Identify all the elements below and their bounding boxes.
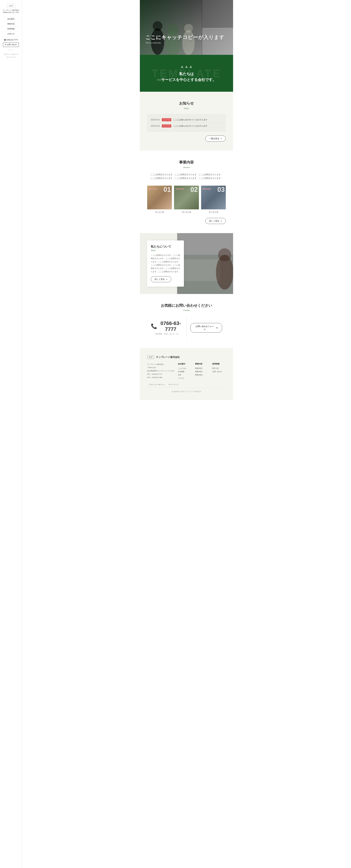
footer-company-name: テンプレート株式会社: [156, 355, 180, 359]
about-title: 私たちについて: [151, 245, 180, 249]
contact-form-button[interactable]: お問い合わせフォーム ➜: [190, 323, 222, 333]
service-label-3: Service: [203, 187, 211, 190]
footer-link[interactable]: 事業内容1: [195, 367, 209, 370]
news-item: 2024.03.01 ニュース ここにお知らせのタイトルが入ります: [151, 117, 222, 123]
footer-nav-col-3: 採用情報 新卒入社 お問い合わせ: [212, 363, 226, 380]
hero-image-top-right: [202, 0, 233, 27]
service-subtitle: Service: [147, 166, 226, 168]
hero-catchcopy-en: This is a catchcopy.: [145, 42, 225, 44]
contact-tel-block: 📞 0766-63-7777 受付時間 平日8：30〜17：30: [147, 317, 187, 339]
hero-text: ここにキャッチコピーが入ります This is a catchcopy.: [145, 34, 225, 44]
contact-title: お気軽にお問い合わせください: [147, 303, 226, 308]
footer-link[interactable]: アクセス: [178, 376, 192, 380]
footer-link[interactable]: 新卒入社: [212, 367, 226, 370]
arrow-icon: ➜: [166, 278, 168, 280]
service-description: ここに説明文が入ります。ここに説明文が入ります。ここに説明文が入ります。 ここに…: [147, 173, 226, 180]
svg-point-5: [184, 24, 193, 33]
service-image-1: Service 01: [147, 186, 172, 209]
news-date-1: 2024.03.01: [151, 119, 160, 121]
hero-section: ここにキャッチコピーが入ります This is a catchcopy.: [140, 0, 233, 55]
service-name-3: サービス3: [201, 211, 226, 214]
main-content: ここにキャッチコピーが入ります This is a catchcopy. TEM…: [140, 0, 233, 400]
service-grid: Service 01 サービス1 Service 02 サービス2: [147, 186, 226, 214]
contact-section: お気軽にお問い合わせください Contact 📞 0766-63-7777 受付…: [140, 294, 233, 348]
news-section: お知らせ News 2024.03.01 ニュース ここにお知らせのタイトルが入…: [140, 92, 233, 151]
service-label-2: Service: [175, 187, 184, 190]
footer-link[interactable]: 会社概要: [178, 370, 192, 373]
about-description: ここに説明文が入ります。ここに説明文が入ります。ここに説明文が入ります。ここに説…: [151, 254, 180, 273]
contact-subtitle: Contact: [147, 309, 226, 311]
service-name-2: サービス2: [174, 211, 199, 214]
news-more-btn-wrapper: 一覧を見る ➜: [147, 135, 226, 142]
service-more-button[interactable]: 詳しく見る ➜: [205, 218, 226, 224]
footer-nav-col-1: 会社案内 こんにちは 会社概要 沿革 アクセス: [178, 363, 192, 380]
hero-images-side: [202, 0, 233, 55]
footer-copyright: Copyright © 2024 テンプレート株式会社: [147, 387, 226, 393]
news-more-button[interactable]: 一覧を見る ➜: [205, 135, 226, 142]
svg-point-1: [153, 21, 162, 31]
service-section: 事業内容 Service ここに説明文が入ります。ここに説明文が入ります。ここに…: [140, 151, 233, 233]
footer-nav-col-2: 事業内容 事業内容1 事業内容2 事業内容3: [195, 363, 209, 380]
footer-link[interactable]: 事業内容2: [195, 370, 209, 373]
service-number-3: 03: [217, 186, 225, 193]
service-more-btn-wrapper: 詳しく見る ➜: [147, 218, 226, 224]
about-content: 私たちについて About ここに説明文が入ります。ここに説明文が入ります。ここ…: [140, 233, 191, 294]
arrow-icon: ➜: [220, 137, 222, 140]
template-heading: 私たちは ○○サービスを中心とする会社です。: [147, 71, 226, 83]
footer-address: テンプレート株式会社 〒939-1119 富山県高岡市テンプレートパーク0.2 …: [147, 363, 174, 380]
about-more-button[interactable]: 詳しく見る ➜: [151, 276, 171, 282]
hero-background: [140, 0, 233, 55]
service-image-2: Service 02: [174, 186, 199, 209]
news-title-block: お知らせ: [147, 101, 226, 106]
service-number-2: 02: [191, 186, 198, 193]
contact-form-block: お問い合わせフォーム ➜: [187, 319, 226, 336]
contact-tel-note: 受付時間 平日8：30〜17：30: [151, 333, 183, 335]
service-card-2[interactable]: Service 02 サービス2: [174, 186, 199, 214]
hero-catchcopy: ここにキャッチコピーが入ります: [145, 34, 225, 41]
footer-link[interactable]: 沿革: [178, 373, 192, 376]
svg-point-3: [168, 24, 178, 35]
news-badge-2: ニュース: [162, 124, 171, 127]
news-badge-1: ニュース: [162, 118, 171, 121]
service-image-3: Service 03: [201, 186, 226, 209]
footer-privacy-link[interactable]: プライバシーポリシー: [149, 384, 165, 385]
footer-grid: テンプレート株式会社 〒939-1119 富山県高岡市テンプレートパーク0.2 …: [147, 363, 226, 380]
service-label-1: Service: [149, 187, 157, 190]
footer-policy-links: プライバシーポリシー サイトマップ: [147, 383, 226, 386]
hero-image-main: [140, 0, 202, 55]
footer: ロゴ テンプレート株式会社 テンプレート株式会社 〒939-1119 富山県高岡…: [140, 348, 233, 400]
news-item: 2024.03.01 ニュース ここにお知らせのタイトルが入ります: [151, 123, 222, 129]
service-name-1: サービス1: [147, 211, 172, 214]
footer-logo: ロゴ: [147, 355, 154, 359]
footer-sitemap-link[interactable]: サイトマップ: [169, 384, 178, 385]
template-intro-section: TEMPLATE ▲▲▲ 私たちは ○○サービスを中心とする会社です。: [140, 55, 233, 92]
service-card-3[interactable]: Service 03 サービス3: [201, 186, 226, 214]
contact-phone-number: 📞 0766-63-7777: [151, 320, 183, 332]
news-subtitle: News: [147, 107, 226, 110]
news-item-title-1[interactable]: ここにお知らせのタイトルが入ります: [173, 118, 207, 121]
footer-link[interactable]: 事業内容3: [195, 373, 209, 376]
arrow-icon: ➜: [216, 327, 217, 329]
about-subtitle: About: [151, 249, 180, 251]
service-number-1: 01: [164, 186, 171, 193]
news-date-2: 2024.03.01: [151, 125, 160, 127]
contact-row: 📞 0766-63-7777 受付時間 平日8：30〜17：30 お問い合わせフ…: [147, 317, 226, 339]
svg-point-10: [218, 248, 231, 261]
news-list: 2024.03.01 ニュース ここにお知らせのタイトルが入ります 2024.0…: [147, 114, 226, 132]
footer-link[interactable]: こんにちは: [178, 367, 192, 370]
footer-link[interactable]: お問い合わせ: [212, 370, 226, 373]
service-card-1[interactable]: Service 01 サービス1: [147, 186, 172, 214]
footer-top: ロゴ テンプレート株式会社: [147, 355, 226, 359]
about-section: 私たちについて About ここに説明文が入ります。ここに説明文が入ります。ここ…: [140, 233, 233, 294]
service-title-block: 事業内容: [147, 160, 226, 165]
news-title: お知らせ: [147, 101, 226, 106]
service-title: 事業内容: [147, 160, 226, 165]
news-item-title-2[interactable]: ここにお知らせのタイトルが入ります: [173, 125, 207, 127]
arrow-icon: ➜: [220, 220, 222, 222]
about-card: 私たちについて About ここに説明文が入ります。ここに説明文が入ります。ここ…: [147, 241, 184, 287]
phone-icon: 📞: [151, 323, 157, 329]
